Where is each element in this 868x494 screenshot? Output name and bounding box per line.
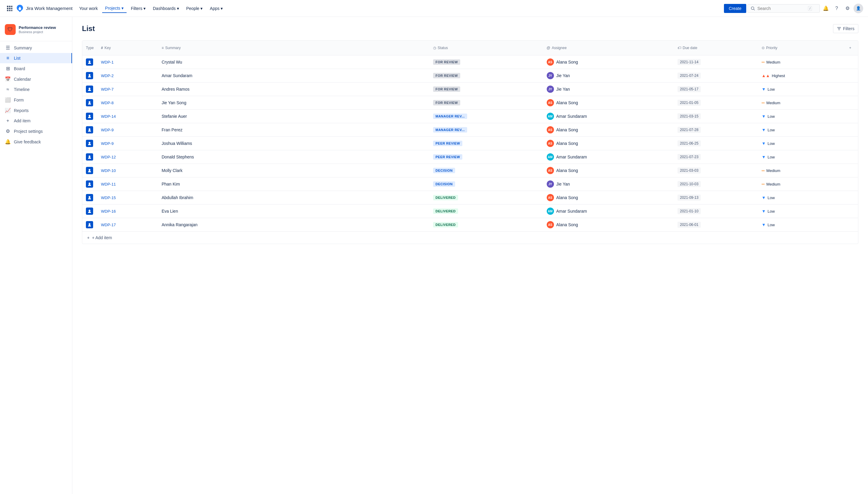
apps-grid-icon[interactable]	[5, 4, 15, 13]
type-icon-6	[86, 140, 93, 147]
cell-summary-2[interactable]: Andres Ramos	[158, 82, 429, 96]
cell-summary-8[interactable]: Molly Clark	[158, 164, 429, 177]
search-box[interactable]: /	[747, 4, 820, 13]
status-badge-8[interactable]: DECISION	[433, 168, 455, 173]
col-summary-icon: ≡	[162, 46, 164, 50]
col-priority[interactable]: ⊙ Priority	[758, 41, 843, 55]
sidebar-item-calendar[interactable]: 📅 Calendar	[0, 74, 72, 84]
key-link-9[interactable]: WDP-11	[101, 182, 116, 187]
type-icon-5	[86, 126, 93, 133]
sidebar-item-add-item[interactable]: + Add item	[0, 116, 72, 126]
cell-summary-4[interactable]: Stefanie Auer	[158, 110, 429, 123]
create-button[interactable]: Create	[724, 4, 746, 13]
cell-summary-1[interactable]: Amar Sundaram	[158, 69, 429, 82]
svg-rect-0	[7, 6, 8, 7]
col-assignee[interactable]: @ Assignee	[543, 41, 674, 55]
key-link-12[interactable]: WDP-17	[101, 223, 116, 227]
cell-assignee-6: AS Alana Song	[543, 137, 674, 150]
sidebar-divider	[0, 41, 72, 41]
status-badge-0[interactable]: FOR REVIEW	[433, 59, 460, 65]
status-badge-2[interactable]: FOR REVIEW	[433, 87, 460, 92]
cell-extra-12	[843, 218, 858, 232]
status-badge-10[interactable]: DELIVERED	[433, 195, 458, 200]
status-badge-9[interactable]: DECISION	[433, 181, 455, 187]
cell-type-8	[82, 164, 97, 177]
cell-summary-10[interactable]: Abdullah Ibrahim	[158, 191, 429, 205]
nav-your-work[interactable]: Your work	[76, 4, 101, 13]
col-key[interactable]: # Key	[97, 41, 158, 55]
sidebar-item-give-feedback[interactable]: 🔔 Give feedback	[0, 136, 72, 147]
priority-label-3: Medium	[767, 101, 780, 105]
cell-summary-11[interactable]: Eva Lien	[158, 205, 429, 218]
settings-button[interactable]: ⚙	[843, 4, 852, 13]
notifications-button[interactable]: 🔔	[821, 4, 831, 13]
add-item-row-button[interactable]: + + Add item	[82, 231, 858, 244]
key-link-0[interactable]: WDP-1	[101, 60, 114, 64]
status-badge-4[interactable]: MANAGER REV...	[433, 114, 467, 119]
assignee-cell-9: JY Jie Yan	[547, 180, 670, 188]
grid-menu-button[interactable]	[5, 4, 15, 13]
col-summary[interactable]: ≡ Summary	[158, 41, 429, 55]
sidebar-item-form[interactable]: ⬜ Form	[0, 95, 72, 105]
status-badge-12[interactable]: DELIVERED	[433, 222, 458, 227]
key-link-10[interactable]: WDP-15	[101, 195, 116, 200]
svg-rect-6	[7, 10, 8, 11]
nav-dashboards[interactable]: Dashboards ▾	[150, 4, 182, 13]
due-date-badge-1: 2021-07-24	[678, 73, 701, 79]
cell-extra-3	[843, 96, 858, 110]
cell-summary-12[interactable]: Annika Rangarajan	[158, 218, 429, 232]
assignee-cell-7: AM Amar Sundaram	[547, 153, 670, 160]
cell-summary-0[interactable]: Crystal Wu	[158, 55, 429, 69]
col-add[interactable]: +	[843, 41, 858, 55]
app-logo[interactable]: Jira Work Management	[16, 4, 73, 13]
cell-summary-6[interactable]: Joshua Williams	[158, 137, 429, 150]
col-type[interactable]: Type	[82, 41, 97, 55]
due-date-badge-5: 2021-07-28	[678, 127, 701, 133]
cell-summary-7[interactable]: Donald Stephens	[158, 150, 429, 164]
filters-button[interactable]: Filters	[833, 24, 858, 33]
status-badge-7[interactable]: PEER REVIEW	[433, 154, 462, 160]
key-link-5[interactable]: WDP-9	[101, 128, 114, 132]
nav-apps[interactable]: Apps ▾	[207, 4, 226, 13]
nav-filters[interactable]: Filters ▾	[128, 4, 149, 13]
key-link-2[interactable]: WDP-7	[101, 87, 114, 92]
key-link-7[interactable]: WDP-12	[101, 155, 116, 159]
sidebar-label-calendar: Calendar	[14, 77, 31, 82]
add-column-button[interactable]: +	[846, 44, 854, 52]
status-badge-11[interactable]: DELIVERED	[433, 208, 458, 214]
nav-people[interactable]: People ▾	[183, 4, 206, 13]
sidebar-item-summary[interactable]: ☰ Summary	[0, 42, 72, 53]
cell-summary-5[interactable]: Fran Perez	[158, 123, 429, 137]
key-link-8[interactable]: WDP-10	[101, 168, 116, 173]
cell-due-date-7: 2021-07-23	[674, 150, 758, 164]
key-link-1[interactable]: WDP-2	[101, 74, 114, 78]
cell-summary-3[interactable]: Jie Yan Song	[158, 96, 429, 110]
summary-icon: ☰	[5, 45, 11, 51]
cell-key-11: WDP-16	[97, 205, 158, 218]
nav-projects[interactable]: Projects ▾	[102, 4, 127, 13]
status-badge-3[interactable]: FOR REVIEW	[433, 100, 460, 106]
sidebar-item-reports[interactable]: 📈 Reports	[0, 105, 72, 116]
sidebar-item-list[interactable]: ≡ List	[0, 53, 72, 63]
status-badge-1[interactable]: FOR REVIEW	[433, 73, 460, 78]
status-badge-6[interactable]: PEER REVIEW	[433, 141, 462, 146]
key-link-11[interactable]: WDP-16	[101, 209, 116, 213]
table-row: WDP-17 Annika Rangarajan DELIVERED AS Al…	[82, 218, 858, 232]
sidebar-item-board[interactable]: ⊞ Board	[0, 63, 72, 74]
cell-summary-9[interactable]: Phan Kim	[158, 177, 429, 191]
col-due-date[interactable]: 🏷 Due date	[674, 41, 758, 55]
key-link-4[interactable]: WDP-14	[101, 114, 116, 119]
search-input[interactable]	[757, 6, 806, 11]
svg-point-20	[89, 142, 90, 144]
key-link-3[interactable]: WDP-8	[101, 101, 114, 105]
sidebar-item-project-settings[interactable]: ⚙ Project settings	[0, 126, 72, 136]
svg-rect-2	[11, 6, 12, 7]
status-badge-5[interactable]: MANAGER REV...	[433, 127, 467, 133]
col-status[interactable]: ◷ Status	[429, 41, 543, 55]
user-avatar-button[interactable]: 👤	[853, 4, 863, 13]
table-row: WDP-15 Abdullah Ibrahim DELIVERED AS Ala…	[82, 191, 858, 205]
key-link-6[interactable]: WDP-9	[101, 141, 114, 146]
sidebar-item-timeline[interactable]: ≈ Timeline	[0, 84, 72, 95]
due-date-badge-12: 2021-06-01	[678, 222, 701, 228]
help-button[interactable]: ?	[832, 4, 842, 13]
